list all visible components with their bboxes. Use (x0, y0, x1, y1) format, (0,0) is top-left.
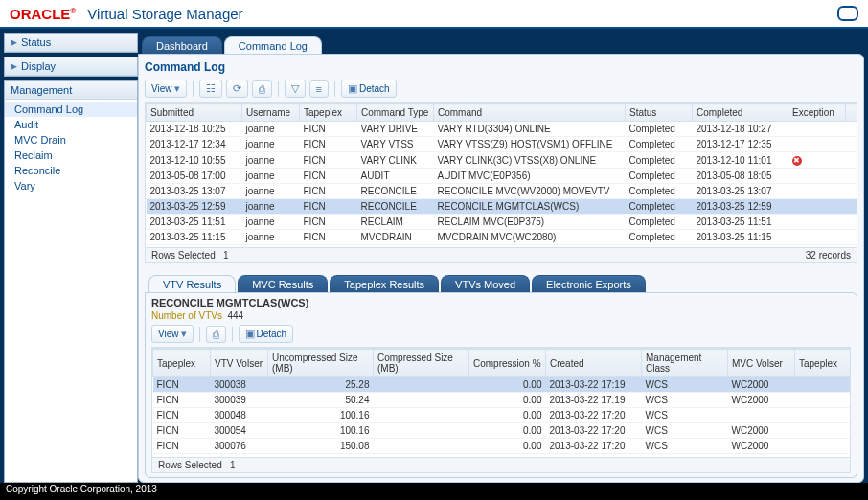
command-log-table: SubmittedUsernameTapeplexCommand TypeCom… (146, 103, 857, 248)
col-header[interactable] (846, 104, 858, 122)
cell: 2013-03-25 13:07 (147, 184, 242, 199)
col-header[interactable]: Username (242, 104, 300, 122)
table-row[interactable]: 2013-12-10 10:55joanneFICNVARY CLINKVARY… (147, 152, 858, 169)
command-log-grid[interactable]: SubmittedUsernameTapeplexCommand TypeCom… (145, 102, 857, 248)
management-header[interactable]: Management (5, 81, 137, 100)
subtab-mvc-results[interactable]: MVC Results (238, 275, 328, 292)
table-row[interactable]: 2013-12-18 10:25joanneFICNVARY DRIVEVARY… (147, 122, 858, 137)
cell (788, 137, 846, 152)
nav-item-mvc-drain[interactable]: MVC Drain (5, 132, 137, 148)
cell: 0.00 (469, 393, 546, 408)
subtab-tapeplex-results[interactable]: Tapeplex Results (330, 275, 439, 292)
subtab-vtvs-moved[interactable]: VTVs Moved (441, 275, 530, 292)
cell: Completed (626, 184, 693, 199)
table-row[interactable]: 2013-03-25 13:07joanneFICNRECONCILERECON… (147, 184, 858, 199)
col-header[interactable]: Tapeplex (795, 350, 852, 377)
cell: 2013-03-25 12:59 (693, 199, 788, 215)
subtab-vtv-results[interactable]: VTV Results (148, 275, 236, 292)
cell: WC2000 (728, 393, 795, 408)
cell: joanne (242, 152, 300, 169)
cell: RECONCILE MVC(WV2000) MOVEVTV (434, 184, 626, 199)
help-icon[interactable] (837, 6, 858, 21)
cell: WC2000 (728, 439, 795, 454)
cell (374, 439, 469, 454)
wrap-icon[interactable]: ≡ (309, 80, 329, 98)
table-row[interactable]: 2013-03-25 11:15joanneFICNMVCDRAINMVCDRA… (147, 230, 858, 245)
view-menu-button[interactable]: View ▾ (145, 80, 187, 98)
tab-dashboard[interactable]: Dashboard (142, 36, 222, 54)
detail-statusbar: Rows Selected 1 (151, 458, 851, 473)
footer: Copyright Oracle Corporation, 2013 (0, 483, 868, 500)
left-nav: ▶ Status ▶ Display Management Command Lo… (4, 33, 138, 483)
cell: 300080 (211, 454, 268, 459)
cell: FICN (300, 199, 357, 215)
table-row[interactable]: 2013-03-25 12:59joanneFICNRECONCILERECON… (147, 199, 858, 215)
columns-icon[interactable]: ☷ (199, 80, 222, 98)
cell (846, 137, 858, 152)
col-header[interactable]: Compression % (469, 350, 546, 377)
col-header[interactable]: MVC Volser (728, 350, 795, 377)
command-log-panel: Command Log View ▾ ☷ ⟳ ⎙ ▽ ≡ ▣ Detach (138, 54, 864, 483)
table-row[interactable]: FICN300076150.080.002013-03-22 17:20WCSW… (153, 439, 852, 454)
cell (846, 215, 858, 230)
cell: 100.16 (268, 423, 374, 439)
table-row[interactable]: 2013-12-17 12:34joanneFICNVARY VTSSVARY … (147, 137, 858, 152)
nav-item-reconcile[interactable]: Reconcile (5, 163, 137, 178)
error-icon: ✖ (792, 156, 802, 166)
cell: 0.00 (469, 454, 546, 459)
cell: FICN (153, 408, 211, 423)
tab-command-log[interactable]: Command Log (224, 36, 322, 54)
subtab-electronic-exports[interactable]: Electronic Exports (532, 275, 646, 292)
nav-item-audit[interactable]: Audit (5, 117, 137, 132)
detail-detach-button[interactable]: ▣ Detach (239, 325, 294, 343)
app-frame: ORACLE® Virtual Storage Manager ▶ Status… (0, 0, 868, 500)
cell: WCS (642, 423, 728, 439)
cell: Completed (626, 152, 693, 169)
filter-icon[interactable]: ▽ (285, 80, 306, 98)
cell: 300054 (211, 423, 268, 439)
col-header[interactable]: Completed (693, 104, 788, 122)
col-header[interactable]: Tapeplex (300, 104, 357, 122)
vtv-count-value: 444 (227, 310, 243, 321)
topbar: ORACLE® Virtual Storage Manager (0, 0, 868, 29)
cell: 2013-03-25 11:15 (147, 230, 242, 245)
status-header[interactable]: ▶ Status (5, 34, 137, 52)
display-header[interactable]: ▶ Display (5, 57, 137, 76)
nav-item-reclaim[interactable]: Reclaim (5, 148, 137, 163)
col-header[interactable]: Management Class (642, 350, 728, 377)
col-header[interactable]: Tapeplex (153, 350, 211, 377)
table-row[interactable]: FICN300080175.040.002013-03-22 17:20WCSW… (153, 454, 852, 459)
display-panel: ▶ Display (4, 57, 138, 77)
col-header[interactable]: Compressed Size (MB) (374, 350, 469, 377)
table-row[interactable]: 2013-05-08 17:00joanneFICNAUDITAUDIT MVC… (147, 169, 858, 184)
col-header[interactable]: Command Type (357, 104, 434, 122)
cell: AUDIT MVC(E0P356) (434, 169, 626, 184)
col-header[interactable]: Submitted (147, 104, 242, 122)
col-header[interactable]: Status (626, 104, 693, 122)
col-header[interactable]: VTV Volser (211, 350, 268, 377)
table-row[interactable]: 2013-03-25 11:51joanneFICNRECLAIMRECLAIM… (147, 215, 858, 230)
nav-item-vary[interactable]: Vary (5, 178, 137, 193)
table-row[interactable]: FICN30003950.240.002013-03-22 17:19WCSWC… (153, 393, 852, 408)
cell: 0.00 (469, 423, 546, 439)
cell: 2013-03-25 10:59 (147, 245, 242, 249)
table-row[interactable]: FICN300048100.160.002013-03-22 17:20WCSA… (153, 408, 852, 423)
detail-grid[interactable]: TapeplexVTV VolserUncompressed Size (MB)… (151, 348, 851, 458)
print-icon[interactable]: ⎙ (252, 80, 272, 98)
table-row[interactable]: 2013-03-25 10:59joanneFICNAUDITAUDIT VTS… (147, 245, 858, 249)
nav-item-command-log[interactable]: Command Log (5, 102, 137, 117)
detail-print-icon[interactable]: ⎙ (206, 326, 226, 343)
col-header[interactable]: Exception (788, 104, 846, 122)
cell: 2013-05-08 17:00 (147, 169, 242, 184)
cell: VARY DRIVE (357, 122, 434, 137)
cell: WC2000 (728, 377, 795, 393)
detach-button[interactable]: ▣ Detach (341, 80, 397, 98)
col-header[interactable]: Created (546, 350, 642, 377)
col-header[interactable]: Command (434, 104, 626, 122)
table-row[interactable]: FICN30003825.280.002013-03-22 17:19WCSWC… (153, 377, 852, 393)
detail-view-menu-button[interactable]: View ▾ (151, 325, 194, 343)
col-header[interactable]: Uncompressed Size (MB) (268, 350, 374, 377)
table-row[interactable]: FICN300054100.160.002013-03-22 17:20WCSW… (153, 423, 852, 439)
refresh-icon[interactable]: ⟳ (226, 80, 248, 98)
chevron-right-icon: ▶ (11, 37, 17, 47)
